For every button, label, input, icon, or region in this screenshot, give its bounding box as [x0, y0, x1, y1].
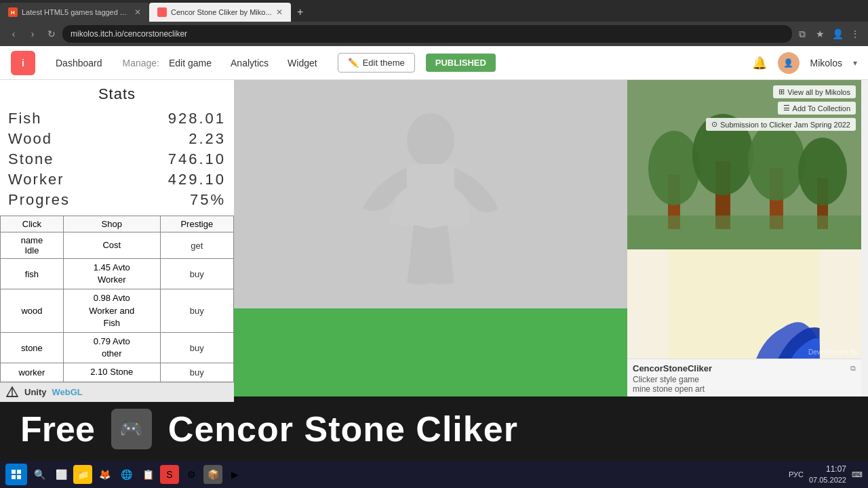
address-bar[interactable]: mikolos.itch.io/cencorstonecliker — [62, 25, 792, 43]
col-prestige: Prestige — [160, 216, 233, 232]
stat-progres: Progres 75% — [8, 190, 226, 210]
main-content: Stats Fish 928.01 Wood 2.23 Stone 746.10… — [0, 80, 868, 396]
notification-icon[interactable]: 🔔 — [752, 56, 767, 70]
game-desc2: mine stone open art — [633, 384, 856, 394]
pencil-icon: ✏️ — [348, 58, 359, 68]
itch-header: i Dashboard Manage: Edit game Analytics … — [0, 46, 868, 80]
submission-label: Submission to Clicker Jam Spring 2022 — [720, 121, 850, 129]
nav-dashboard[interactable]: Dashboard — [46, 52, 112, 74]
itch-logo[interactable]: i — [11, 51, 35, 75]
user-name[interactable]: Mikolos — [810, 58, 842, 68]
bookmark-icon[interactable]: ★ — [812, 26, 827, 41]
start-button[interactable] — [5, 464, 27, 485]
chrome-icon[interactable]: 🌐 — [117, 465, 136, 484]
right-bottom: Development Bu — [627, 249, 861, 359]
table-row: fish 1.45 AvtoWorker buy — [1, 259, 234, 289]
game-canvas[interactable] — [234, 80, 627, 396]
table-row: worker 2.10 Stone buy — [1, 363, 234, 382]
row4-cost: 0.79 Avtoother — [63, 332, 160, 363]
avatar-img: 👤 — [783, 58, 793, 68]
browser-icon[interactable]: 🦊 — [95, 465, 114, 484]
new-tab-button[interactable]: + — [291, 3, 310, 22]
chevron-down-icon[interactable]: ▾ — [853, 58, 857, 68]
row4-buy[interactable]: buy — [160, 332, 233, 363]
progres-label: Progres — [8, 191, 70, 209]
game-title: CencorStoneCliker — [633, 363, 712, 373]
files-icon[interactable]: 📁 — [73, 465, 92, 484]
tab2-close[interactable]: ✕ — [276, 7, 283, 17]
game-left-panel: Stats Fish 928.01 Wood 2.23 Stone 746.10… — [0, 80, 234, 396]
url-text: mikolos.itch.io/cencorstonecliker — [71, 29, 187, 39]
app1-icon[interactable]: S — [160, 465, 179, 484]
svg-point-11 — [748, 122, 805, 201]
taskbar: 🔍 ⬜ 📁 🦊 🌐 📋 S ⚙ 📦 ▶ РУС 11:07 07.05.2022… — [0, 461, 868, 488]
row3-buy[interactable]: buy — [160, 289, 233, 333]
search-taskbar-icon[interactable]: 🔍 — [30, 465, 49, 484]
app4-icon[interactable]: ▶ — [225, 465, 244, 484]
nav-widget[interactable]: Widget — [278, 52, 327, 74]
tab-2[interactable]: Cencor Stone Cliker by Miko... ✕ — [149, 3, 291, 22]
forward-button[interactable]: › — [24, 26, 41, 42]
stone-label: Stone — [8, 150, 54, 168]
tab-bar: H Latest HTML5 games tagged Ad... ✕ Cenc… — [0, 0, 868, 22]
menu-icon[interactable]: ⋮ — [848, 26, 863, 41]
browser-chrome: H Latest HTML5 games tagged Ad... ✕ Cenc… — [0, 0, 868, 46]
game-figure-svg — [295, 86, 566, 303]
logo-text: i — [22, 58, 24, 68]
copy-icon[interactable]: ⧉ — [850, 364, 856, 373]
nav-edit-game[interactable]: Edit game — [159, 52, 221, 74]
progres-value: 75% — [190, 191, 226, 209]
stats-title: Stats — [8, 85, 226, 103]
game-title-bar: CencorStoneCliker ⧉ — [633, 362, 856, 375]
manage-label: Manage: — [123, 58, 159, 68]
col-click[interactable]: Click — [1, 216, 64, 232]
taskbar-lang: РУС — [789, 470, 804, 479]
edit-theme-button[interactable]: ✏️ Edit theme — [338, 53, 415, 73]
published-button[interactable]: PUBLISHED — [426, 54, 496, 72]
fish-value: 928.01 — [168, 110, 226, 127]
right-panel: ⊞ View all by Mikolos ☰ Add To Collectio… — [627, 80, 861, 396]
tab1-close[interactable]: ✕ — [134, 7, 141, 17]
shop-table: Click Shop Prestige nameIdle Cost get fi… — [0, 216, 234, 382]
row4-name: stone — [1, 332, 64, 363]
avatar: 👤 — [778, 52, 800, 74]
back-button[interactable]: ‹ — [5, 26, 22, 42]
row2-buy[interactable]: buy — [160, 259, 233, 289]
svg-point-12 — [798, 138, 847, 205]
row1-buy[interactable]: get — [160, 232, 233, 259]
nav-bar: ‹ › ↻ mikolos.itch.io/cencorstonecliker … — [0, 22, 868, 46]
row5-buy[interactable]: buy — [160, 363, 233, 382]
extensions-icon[interactable]: ⧉ — [795, 26, 810, 41]
view-all-button[interactable]: ⊞ View all by Mikolos — [773, 85, 856, 98]
row5-cost: 2.10 Stone — [63, 363, 160, 382]
profile-icon[interactable]: 👤 — [830, 26, 845, 41]
time-display: 11:07 — [809, 464, 846, 475]
nav-analytics[interactable]: Analytics — [221, 52, 278, 74]
svg-rect-13 — [627, 216, 861, 249]
game-upper[interactable] — [234, 80, 627, 308]
worker-value: 429.10 — [168, 171, 226, 188]
date-display: 07.05.2022 — [809, 475, 846, 485]
sticky-icon[interactable]: 📋 — [138, 465, 157, 484]
app3-icon[interactable]: 📦 — [203, 465, 222, 484]
table-row: nameIdle Cost get — [1, 232, 234, 259]
svg-rect-17 — [12, 475, 16, 479]
stone-value: 746.10 — [168, 150, 226, 168]
refresh-button[interactable]: ↻ — [43, 26, 60, 42]
row3-cost: 0.98 AvtoWorker andFish — [63, 289, 160, 333]
tab-1[interactable]: H Latest HTML5 games tagged Ad... ✕ — [0, 3, 149, 22]
app2-icon[interactable]: ⚙ — [182, 465, 201, 484]
row5-name: worker — [1, 363, 64, 382]
stat-wood: Wood 2.23 — [8, 129, 226, 149]
tab1-title: Latest HTML5 games tagged Ad... — [22, 8, 130, 16]
taskbar-right: РУС 11:07 07.05.2022 ⌨ — [789, 464, 863, 485]
worker-label: Worker — [8, 171, 64, 188]
fish-label: Fish — [8, 110, 42, 127]
row2-name: fish — [1, 259, 64, 289]
svg-point-3 — [407, 113, 454, 167]
submission-button[interactable]: ⊙ Submission to Clicker Jam Spring 2022 — [706, 118, 856, 131]
table-row: wood 0.98 AvtoWorker andFish buy — [1, 289, 234, 333]
tab1-favicon: H — [8, 7, 18, 17]
add-collection-button[interactable]: ☰ Add To Collection — [778, 102, 856, 115]
taskview-icon[interactable]: ⬜ — [52, 465, 71, 484]
